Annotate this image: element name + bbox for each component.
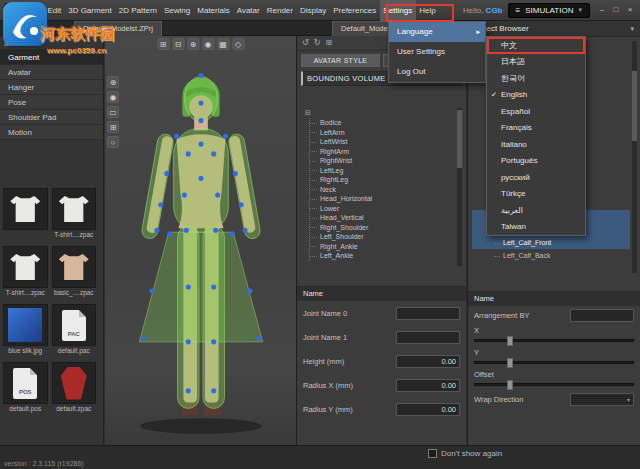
settings-menu-item[interactable]: Language ▸ bbox=[389, 22, 485, 42]
language-menu-item[interactable]: 한국어 bbox=[487, 70, 585, 87]
menu-item[interactable]: Avatar bbox=[233, 0, 263, 21]
menu-item[interactable]: Help bbox=[416, 0, 439, 21]
library-item[interactable]: default.zpac bbox=[52, 362, 97, 413]
bounding-volume-tree-item[interactable]: LeftArm bbox=[310, 128, 454, 138]
object-browser-header[interactable]: Object Browser ▾ bbox=[468, 21, 640, 37]
bounding-volume-tree-item[interactable]: Bodice bbox=[310, 118, 454, 128]
library-item[interactable]: POS default.pos bbox=[3, 362, 48, 413]
menu-item[interactable]: Display bbox=[296, 0, 329, 21]
library-category[interactable]: Shoulder Pad bbox=[0, 110, 103, 125]
viewport-tool-icon[interactable]: ⊟ bbox=[172, 38, 184, 50]
bounding-volume-tree-item[interactable]: LeftLeg bbox=[310, 166, 454, 176]
dont-show-again-checkbox[interactable] bbox=[428, 449, 437, 458]
avatar-panel-tool-icon[interactable]: ↺ bbox=[302, 37, 309, 49]
library-item[interactable]: blue silk.jpg bbox=[3, 304, 48, 355]
tree-root-toggle[interactable]: ⊟ bbox=[305, 108, 454, 118]
scrollbar[interactable] bbox=[457, 108, 462, 266]
dont-show-again-option[interactable]: Don't show again bbox=[428, 449, 502, 458]
bounding-volume-tree-item[interactable]: Head_Vertical bbox=[310, 213, 454, 223]
scrollbar-thumb[interactable] bbox=[632, 71, 637, 141]
arrangement-point-item[interactable]: Left_Calf_Back bbox=[472, 249, 630, 262]
bounding-volume-tree-item[interactable]: Right_Ankle bbox=[310, 242, 454, 252]
viewport-side-tool-icon[interactable]: ◉ bbox=[107, 91, 119, 103]
library-toolbar-icon[interactable]: ☆ bbox=[27, 37, 34, 49]
library-item[interactable]: T-shirt....zpac bbox=[3, 246, 48, 297]
menu-item[interactable]: Settings bbox=[380, 0, 416, 21]
language-menu-item[interactable]: русский bbox=[487, 169, 585, 186]
bounding-volume-tree-item[interactable]: RightArm bbox=[310, 147, 454, 157]
library-item[interactable]: PAC default.pac bbox=[52, 304, 97, 355]
tab-document[interactable]: Default_Modelst.ZPrj bbox=[74, 21, 162, 36]
language-menu-item[interactable]: العربية bbox=[487, 202, 585, 219]
menu-item[interactable]: File bbox=[24, 0, 44, 21]
bounding-volume-tree-item[interactable]: RightWrist bbox=[310, 156, 454, 166]
minimize-button[interactable]: – bbox=[595, 3, 609, 17]
slider-track[interactable] bbox=[474, 383, 634, 386]
menu-item[interactable]: Render bbox=[263, 0, 296, 21]
username[interactable]: CGb bbox=[486, 6, 503, 15]
3d-viewport[interactable]: ⊞⊟⊕◉▦◇ ⊕◉▭⊞○ bbox=[105, 36, 296, 445]
property-input[interactable] bbox=[396, 307, 460, 320]
language-menu-item[interactable]: Español bbox=[487, 103, 585, 120]
scrollbar-thumb[interactable] bbox=[457, 110, 462, 168]
slider-track[interactable] bbox=[474, 339, 634, 342]
bounding-volume-tree-item[interactable]: Head_Horizontal bbox=[310, 194, 454, 204]
library-category[interactable]: Hanger bbox=[0, 80, 103, 95]
viewport-side-tool-icon[interactable]: ○ bbox=[107, 136, 119, 148]
language-menu-item[interactable]: ✓ English bbox=[487, 87, 585, 104]
viewport-tool-icon[interactable]: ◇ bbox=[232, 38, 244, 50]
library-item[interactable]: basic_....zpac bbox=[52, 246, 97, 297]
slider-thumb[interactable] bbox=[507, 358, 513, 368]
slider-track[interactable] bbox=[474, 361, 634, 364]
property-input[interactable]: 0.00 bbox=[396, 379, 460, 392]
menu-item[interactable]: Preferences bbox=[330, 0, 380, 21]
bounding-volume-tree-item[interactable]: Neck bbox=[310, 185, 454, 195]
language-menu-item[interactable]: 中文 bbox=[487, 37, 585, 54]
bounding-volume-tree-item[interactable]: RightLeg bbox=[310, 175, 454, 185]
library-item[interactable]: T-shirt....zpac bbox=[52, 188, 97, 239]
property-input[interactable] bbox=[396, 331, 460, 344]
library-category[interactable]: Avatar bbox=[0, 65, 103, 80]
viewport-side-tool-icon[interactable]: ⊞ bbox=[107, 121, 119, 133]
viewport-tool-icon[interactable]: ⊕ bbox=[187, 38, 199, 50]
avatar-panel-tool-icon[interactable]: ⊞ bbox=[325, 37, 332, 49]
library-category[interactable]: Motion bbox=[0, 125, 103, 140]
arrangement-by-input[interactable] bbox=[570, 309, 634, 322]
language-menu-item[interactable]: Français bbox=[487, 120, 585, 137]
avatar-panel-tab[interactable]: AVATAR STYLE bbox=[301, 54, 380, 67]
language-menu-item[interactable]: 日本語 bbox=[487, 54, 585, 71]
menu-item[interactable]: Edit bbox=[44, 0, 65, 21]
wrap-direction-select[interactable]: ▾ bbox=[570, 393, 634, 406]
viewport-tool-icon[interactable]: ▦ bbox=[217, 38, 229, 50]
property-input[interactable]: 0.00 bbox=[396, 403, 460, 416]
viewport-side-tool-icon[interactable]: ⊕ bbox=[107, 76, 119, 88]
library-toolbar-icon[interactable]: ▤ bbox=[16, 37, 24, 49]
settings-menu-item[interactable]: User Settings bbox=[389, 42, 485, 62]
language-menu-item[interactable]: Taiwan bbox=[487, 219, 585, 236]
language-menu-item[interactable]: Türkçe bbox=[487, 186, 585, 203]
settings-menu-item[interactable]: Log Out bbox=[389, 62, 485, 82]
slider-thumb[interactable] bbox=[507, 336, 513, 346]
viewport-tool-icon[interactable]: ⊞ bbox=[157, 38, 169, 50]
menu-item[interactable]: 3D Garment bbox=[65, 0, 116, 21]
property-input[interactable]: 0.00 bbox=[396, 355, 460, 368]
library-toolbar-icon[interactable]: ▣ bbox=[4, 37, 12, 49]
bounding-volume-tree-item[interactable]: Lower bbox=[310, 204, 454, 214]
arrangement-point-item[interactable]: Left_Calf_Front bbox=[472, 236, 630, 249]
viewport-tool-icon[interactable]: ◉ bbox=[202, 38, 214, 50]
slider-thumb[interactable] bbox=[507, 380, 513, 390]
avatar-panel-tool-icon[interactable]: ↻ bbox=[314, 37, 321, 49]
language-menu-item[interactable]: Português bbox=[487, 153, 585, 170]
bounding-volume-tree-item[interactable]: Left_Ankle bbox=[310, 251, 454, 261]
chevron-down-icon[interactable]: ▾ bbox=[630, 25, 634, 33]
menu-item[interactable]: Sewing bbox=[161, 0, 194, 21]
library-category[interactable]: Garment bbox=[0, 50, 103, 65]
library-category[interactable]: Pose bbox=[0, 95, 103, 110]
close-button[interactable]: × bbox=[623, 3, 637, 17]
viewport-side-tool-icon[interactable]: ▭ bbox=[107, 106, 119, 118]
bounding-volume-tree-item[interactable]: Right_Shoulder bbox=[310, 223, 454, 233]
bounding-volume-tree-item[interactable]: Left_Shoulder bbox=[310, 232, 454, 242]
scrollbar[interactable] bbox=[632, 41, 637, 273]
menu-item[interactable]: Materials bbox=[194, 0, 233, 21]
library-item[interactable] bbox=[3, 188, 48, 239]
